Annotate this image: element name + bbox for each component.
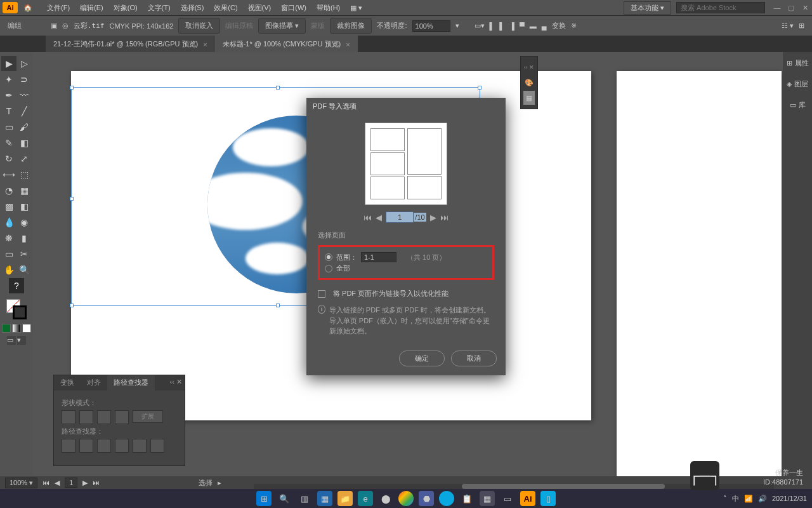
- line-tool[interactable]: ╱: [16, 104, 32, 119]
- pen-tool[interactable]: ✒: [1, 88, 16, 103]
- start-icon[interactable]: ⊞: [256, 491, 272, 506]
- next-artboard-icon[interactable]: ▶: [82, 479, 88, 487]
- document-tab-active[interactable]: 未标题-1* @ 100% (CMYK/GPU 预览) ×: [215, 36, 358, 52]
- document-tab[interactable]: 21-12-王鸿伟-01.ai* @ 150% (RGB/GPU 预览) ×: [46, 36, 215, 52]
- app-icon[interactable]: 📋: [459, 491, 475, 506]
- app-icon[interactable]: ⬣: [419, 491, 434, 506]
- perspective-tool[interactable]: ▦: [16, 183, 32, 198]
- transform-tab[interactable]: 变换: [54, 375, 81, 391]
- close-mini-icon[interactable]: ‹‹ ✕: [523, 60, 535, 74]
- align-hcenter-icon[interactable]: ▌: [499, 22, 504, 30]
- magic-wand-tool[interactable]: ✦: [1, 72, 16, 87]
- prev-artboard-icon[interactable]: ◀: [55, 479, 60, 487]
- workspace-switcher[interactable]: 基本功能 ▾: [624, 1, 671, 15]
- gradient-chip[interactable]: [12, 324, 21, 333]
- first-artboard-icon[interactable]: ⏮: [43, 479, 49, 486]
- explorer-icon[interactable]: 📁: [337, 491, 353, 506]
- brush-tool[interactable]: 🖌: [16, 119, 32, 135]
- artboard-nav[interactable]: 1: [65, 478, 77, 488]
- eraser-tool[interactable]: ◧: [16, 135, 32, 150]
- maximize-icon[interactable]: ▢: [787, 3, 796, 12]
- width-tool[interactable]: ⟷: [1, 167, 16, 182]
- divide-button[interactable]: [62, 439, 75, 453]
- align-left-icon[interactable]: ▌: [490, 22, 495, 30]
- expand-button[interactable]: 扩展: [133, 410, 163, 423]
- edge-icon[interactable]: e: [358, 491, 373, 506]
- link-checkbox[interactable]: [318, 290, 325, 298]
- first-page-icon[interactable]: ⏮: [363, 213, 372, 222]
- unite-button[interactable]: [62, 410, 75, 424]
- tray-up-icon[interactable]: ˄: [723, 495, 727, 503]
- pathfinder-tab[interactable]: 路径查找器: [107, 375, 155, 391]
- symbol-sprayer-tool[interactable]: ❋: [1, 231, 16, 246]
- intersect-button[interactable]: [97, 410, 111, 424]
- range-input[interactable]: [361, 252, 396, 262]
- swatch-icon[interactable]: ▦: [523, 91, 535, 105]
- exclude-button[interactable]: [115, 410, 129, 424]
- app-icon[interactable]: ▭: [500, 491, 515, 506]
- prev-page-icon[interactable]: ◀: [376, 213, 382, 222]
- panel-setup-icon[interactable]: ☷ ▾: [782, 22, 794, 30]
- crop-pf-button[interactable]: [115, 439, 129, 453]
- widgets-icon[interactable]: ▦: [317, 491, 332, 506]
- menu-type[interactable]: 文字(T): [143, 1, 176, 15]
- color-swatches[interactable]: [6, 299, 27, 319]
- screen-mode[interactable]: ▭: [7, 336, 16, 345]
- wifi-icon[interactable]: 📶: [744, 495, 753, 503]
- tab-close-icon[interactable]: ×: [203, 41, 207, 48]
- align-right-icon[interactable]: ▐: [509, 22, 514, 30]
- ok-button[interactable]: 确定: [399, 351, 445, 366]
- menu-file[interactable]: 文件(F): [42, 1, 75, 15]
- arrange-icon[interactable]: ▦ ▾: [345, 1, 367, 15]
- link-icon[interactable]: ▣: [51, 22, 57, 30]
- mesh-tool[interactable]: ▩: [1, 199, 16, 214]
- menu-effect[interactable]: 效果(C): [209, 1, 242, 15]
- hand-tool[interactable]: ✋: [1, 262, 16, 277]
- artboard-tool[interactable]: ▭: [1, 246, 16, 262]
- minus-back-button[interactable]: [150, 439, 164, 453]
- panel-pref-icon[interactable]: ⊞: [799, 22, 804, 30]
- graph-tool[interactable]: ▮: [16, 231, 32, 246]
- transform-label[interactable]: 变换: [552, 21, 566, 30]
- next-page-icon[interactable]: ▶: [430, 213, 436, 222]
- app-icon[interactable]: ⬤: [378, 491, 393, 506]
- layers-panel-button[interactable]: ◈ 图层: [784, 77, 811, 91]
- type-tool[interactable]: T: [1, 104, 16, 119]
- menu-view[interactable]: 视图(V): [243, 1, 277, 15]
- menu-edit[interactable]: 编辑(E): [75, 1, 108, 15]
- minus-front-button[interactable]: [79, 410, 93, 424]
- page-input[interactable]: [386, 211, 414, 223]
- align-top-icon[interactable]: ▀: [520, 22, 525, 30]
- none-chip[interactable]: [22, 324, 31, 333]
- cancel-embed-button[interactable]: 取消嵌入: [178, 18, 220, 34]
- minimize-icon[interactable]: —: [773, 3, 782, 12]
- slice-tool[interactable]: ✂: [16, 246, 32, 262]
- outline-button[interactable]: [133, 439, 147, 453]
- libraries-panel-button[interactable]: ▭ 库: [787, 98, 808, 112]
- all-radio[interactable]: [325, 265, 332, 272]
- target-icon[interactable]: ◎: [62, 22, 69, 30]
- pathfinder-panel[interactable]: 变换 对齐 路径查找器 ‹‹ ✕ 形状模式： 扩展 路径查找器：: [53, 375, 185, 466]
- rotate-tool[interactable]: ↻: [1, 151, 16, 166]
- screen-mode[interactable]: ▾: [17, 336, 26, 345]
- tab-close-icon[interactable]: ×: [346, 41, 350, 48]
- shape-builder-tool[interactable]: ◔: [1, 183, 16, 198]
- chrome-icon[interactable]: [398, 491, 414, 506]
- search-icon[interactable]: 🔍: [277, 491, 292, 506]
- zoom-dropdown[interactable]: 100% ▾: [5, 478, 37, 488]
- app-icon[interactable]: ▦: [480, 491, 495, 506]
- selection-tool[interactable]: ▶: [1, 56, 16, 71]
- transform-icon[interactable]: ※: [571, 22, 577, 30]
- search-input[interactable]: [676, 2, 765, 13]
- rect-tool[interactable]: ▭: [1, 119, 16, 135]
- align-bottom-icon[interactable]: ▄: [542, 22, 547, 30]
- ime-indicator[interactable]: 中: [732, 494, 739, 504]
- lasso-tool[interactable]: ⊃: [16, 72, 32, 87]
- direct-selection-tool[interactable]: ▷: [16, 56, 32, 71]
- align-panel-icon[interactable]: ▭▾: [475, 22, 485, 30]
- free-transform-tool[interactable]: ⬚: [16, 167, 32, 182]
- merge-button[interactable]: [97, 439, 111, 453]
- range-radio[interactable]: [325, 253, 332, 261]
- home-icon[interactable]: 🏠: [22, 1, 34, 14]
- shaper-tool[interactable]: ✎: [1, 135, 16, 150]
